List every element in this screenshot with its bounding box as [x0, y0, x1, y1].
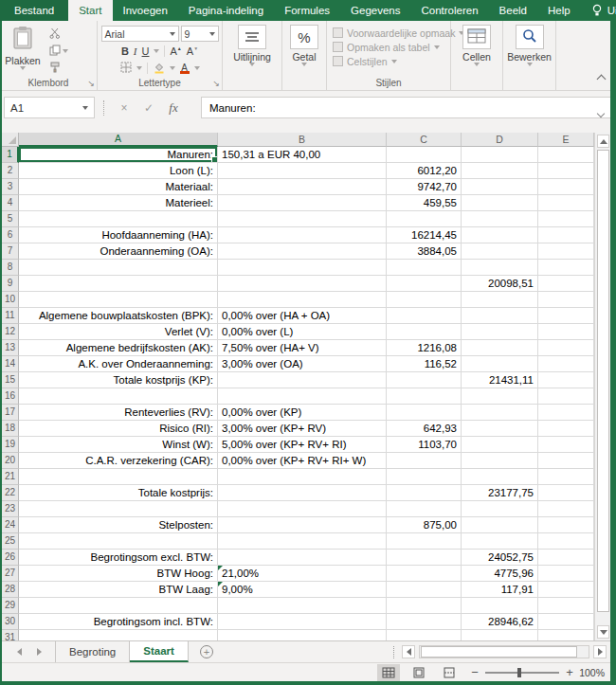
- column-header-E[interactable]: E: [538, 133, 594, 147]
- underline-button[interactable]: U: [142, 45, 150, 57]
- cell-E12[interactable]: [538, 324, 594, 340]
- cell-C8[interactable]: [387, 260, 462, 276]
- cell-A10[interactable]: [19, 292, 218, 308]
- zoom-in-button[interactable]: +: [563, 665, 576, 679]
- cell-C29[interactable]: [387, 598, 462, 614]
- cell-D22[interactable]: 23177,75: [462, 485, 538, 501]
- cell-E16[interactable]: [538, 388, 594, 405]
- select-all-button[interactable]: [2, 133, 19, 147]
- grow-font-button[interactable]: A: [170, 45, 181, 57]
- cell-D30[interactable]: 28946,62: [462, 614, 538, 630]
- row-header-22[interactable]: 22: [2, 485, 19, 501]
- cell-C31[interactable]: [387, 630, 462, 640]
- chevron-down-icon[interactable]: [170, 66, 175, 70]
- cell-B28[interactable]: 9,00%: [218, 582, 387, 598]
- zoom-out-button[interactable]: −: [468, 665, 481, 679]
- next-sheet-icon[interactable]: [37, 648, 42, 656]
- cell-C10[interactable]: [387, 292, 462, 308]
- row-header-6[interactable]: 6: [2, 227, 19, 243]
- cell-A29[interactable]: [19, 598, 218, 614]
- cell-A20[interactable]: C.A.R. verzekering (CAR):: [19, 453, 218, 469]
- row-header-27[interactable]: 27: [2, 566, 19, 582]
- cell-C7[interactable]: 3884,05: [387, 243, 462, 260]
- row-header-11[interactable]: 11: [2, 308, 19, 324]
- cancel-button[interactable]: ×: [112, 101, 136, 115]
- insert-function-button[interactable]: fx: [161, 100, 186, 116]
- editing-button[interactable]: [516, 25, 544, 49]
- cell-A5[interactable]: [19, 211, 218, 227]
- sheet-tab-begroting[interactable]: Begroting: [55, 641, 130, 662]
- cell-E24[interactable]: [538, 517, 594, 533]
- column-header-A[interactable]: A: [19, 133, 218, 147]
- column-header-D[interactable]: D: [462, 133, 538, 147]
- row-header-21[interactable]: 21: [2, 469, 19, 485]
- number-format-button[interactable]: %: [290, 25, 318, 49]
- cell-E29[interactable]: [538, 598, 594, 614]
- cell-A7[interactable]: Onderaanneming (OA):: [19, 243, 218, 260]
- font-color-button[interactable]: A: [180, 63, 190, 74]
- dialog-launcher-icon[interactable]: ↘: [212, 80, 220, 88]
- cell-B18[interactable]: 3,00% over (KP+ RV): [218, 421, 387, 437]
- cell-A30[interactable]: Begrotingsom incl. BTW:: [19, 614, 218, 630]
- cell-E4[interactable]: [538, 195, 594, 211]
- cell-C9[interactable]: [387, 276, 462, 292]
- cell-A23[interactable]: [19, 501, 218, 517]
- row-header-5[interactable]: 5: [2, 211, 19, 227]
- cell-B24[interactable]: [218, 517, 387, 533]
- cell-A13[interactable]: Algemene bedrijfskosten (AK):: [19, 340, 218, 356]
- cell-E2[interactable]: [538, 163, 594, 179]
- scroll-up-button[interactable]: [597, 135, 609, 148]
- cell-C20[interactable]: [387, 453, 462, 469]
- row-header-15[interactable]: 15: [2, 372, 19, 388]
- cell-D11[interactable]: [462, 308, 538, 324]
- row-header-18[interactable]: 18: [2, 421, 19, 437]
- cell-E30[interactable]: [538, 614, 594, 630]
- font-name-select[interactable]: Arial: [101, 26, 179, 42]
- cell-D4[interactable]: [462, 195, 538, 211]
- cell-E7[interactable]: [538, 243, 594, 260]
- chevron-down-icon[interactable]: [136, 66, 142, 70]
- cell-A12[interactable]: Verlet (V):: [19, 324, 218, 340]
- styles-item-celstijlen[interactable]: Celstijlen: [333, 54, 450, 68]
- cell-A1[interactable]: Manuren:: [19, 147, 218, 163]
- cell-D20[interactable]: [462, 453, 538, 469]
- cell-D2[interactable]: [462, 163, 538, 179]
- cell-D8[interactable]: [462, 260, 538, 276]
- cell-A22[interactable]: Totale kostprijs:: [19, 485, 218, 501]
- row-header-26[interactable]: 26: [2, 550, 19, 566]
- collapse-ribbon-icon[interactable]: [597, 75, 607, 84]
- cell-C19[interactable]: 1103,70: [387, 437, 462, 453]
- bold-button[interactable]: B: [121, 45, 129, 57]
- row-header-4[interactable]: 4: [2, 195, 19, 211]
- cell-A8[interactable]: [19, 260, 218, 276]
- cell-B21[interactable]: [218, 469, 387, 485]
- cell-C27[interactable]: [387, 566, 462, 582]
- cell-A31[interactable]: [19, 630, 218, 640]
- sheet-tab-staart[interactable]: Staart: [130, 641, 189, 662]
- tab-help[interactable]: Help: [537, 0, 581, 21]
- cell-D27[interactable]: 4775,96: [462, 566, 538, 582]
- cell-A3[interactable]: Materiaal:: [19, 179, 218, 195]
- cell-B3[interactable]: [218, 179, 387, 195]
- cell-D23[interactable]: [462, 501, 538, 517]
- cell-A17[interactable]: Renteverlies (RV):: [19, 405, 218, 421]
- cell-E10[interactable]: [538, 292, 594, 308]
- page-break-view-button[interactable]: [438, 664, 461, 681]
- cell-A16[interactable]: [19, 388, 218, 405]
- cell-E17[interactable]: [538, 405, 594, 421]
- cell-D5[interactable]: [462, 211, 538, 227]
- horizontal-scrollbar-thumb[interactable]: [421, 646, 577, 658]
- cell-D31[interactable]: [462, 630, 538, 640]
- tab-split-grip[interactable]: [393, 646, 394, 658]
- cell-A2[interactable]: Loon (L):: [19, 163, 218, 179]
- cell-C30[interactable]: [387, 614, 462, 630]
- cell-B7[interactable]: [218, 243, 387, 260]
- cell-A4[interactable]: Materieel:: [19, 195, 218, 211]
- cell-B4[interactable]: [218, 195, 387, 211]
- styles-item-voorwaardelijke-opmaak[interactable]: Voorwaardelijke opmaak: [333, 26, 450, 40]
- cell-C24[interactable]: 875,00: [387, 517, 462, 533]
- format-painter-button[interactable]: [49, 62, 68, 75]
- borders-button[interactable]: [120, 62, 132, 75]
- column-header-B[interactable]: B: [218, 133, 387, 147]
- cell-E20[interactable]: [538, 453, 594, 469]
